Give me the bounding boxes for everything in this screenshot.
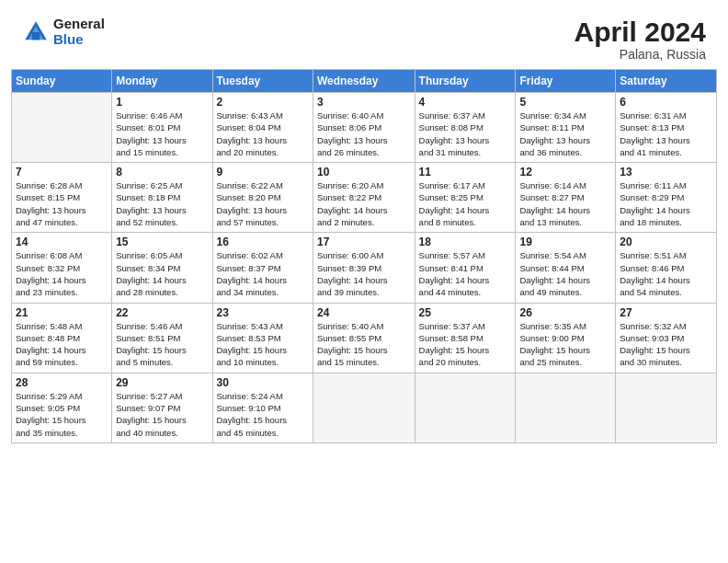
week-row: 14Sunrise: 6:08 AMSunset: 8:32 PMDayligh…	[12, 233, 717, 303]
day-number: 29	[116, 376, 208, 389]
table-row: 6Sunrise: 6:31 AMSunset: 8:13 PMDaylight…	[616, 93, 717, 163]
table-row: 9Sunrise: 6:22 AMSunset: 8:20 PMDaylight…	[212, 163, 313, 233]
day-info: Sunrise: 5:35 AMSunset: 9:00 PMDaylight:…	[519, 320, 611, 369]
table-row: 1Sunrise: 6:46 AMSunset: 8:01 PMDaylight…	[112, 93, 212, 163]
calendar-wrap: SundayMondayTuesdayWednesdayThursdayFrid…	[0, 69, 728, 454]
week-row: 21Sunrise: 5:48 AMSunset: 8:48 PMDayligh…	[12, 303, 717, 373]
table-row: 29Sunrise: 5:27 AMSunset: 9:07 PMDayligh…	[112, 373, 212, 442]
day-info: Sunrise: 6:00 AMSunset: 8:39 PMDaylight:…	[317, 249, 411, 298]
table-row: 22Sunrise: 5:46 AMSunset: 8:51 PMDayligh…	[112, 303, 212, 373]
day-info: Sunrise: 6:25 AMSunset: 8:18 PMDaylight:…	[116, 179, 208, 228]
table-row	[415, 373, 516, 442]
table-row: 28Sunrise: 5:29 AMSunset: 9:05 PMDayligh…	[12, 373, 112, 442]
table-row: 14Sunrise: 6:08 AMSunset: 8:32 PMDayligh…	[12, 233, 112, 303]
day-info: Sunrise: 6:11 AMSunset: 8:29 PMDaylight:…	[620, 179, 712, 228]
day-info: Sunrise: 6:37 AMSunset: 8:08 PMDaylight:…	[419, 109, 512, 158]
table-row: 3Sunrise: 6:40 AMSunset: 8:06 PMDaylight…	[313, 93, 415, 163]
table-row	[313, 373, 415, 442]
table-row: 5Sunrise: 6:34 AMSunset: 8:11 PMDaylight…	[516, 93, 616, 163]
table-row: 8Sunrise: 6:25 AMSunset: 8:18 PMDaylight…	[112, 163, 212, 233]
table-row: 13Sunrise: 6:11 AMSunset: 8:29 PMDayligh…	[616, 163, 717, 233]
table-row: 10Sunrise: 6:20 AMSunset: 8:22 PMDayligh…	[313, 163, 415, 233]
day-info: Sunrise: 6:28 AMSunset: 8:15 PMDaylight:…	[16, 179, 108, 228]
day-info: Sunrise: 6:22 AMSunset: 8:20 PMDaylight:…	[217, 179, 309, 228]
day-info: Sunrise: 6:08 AMSunset: 8:32 PMDaylight:…	[16, 249, 108, 298]
table-row	[12, 93, 112, 163]
col-header-wednesday: Wednesday	[313, 70, 415, 93]
table-row: 27Sunrise: 5:32 AMSunset: 9:03 PMDayligh…	[616, 303, 717, 373]
day-info: Sunrise: 6:05 AMSunset: 8:34 PMDaylight:…	[116, 249, 208, 298]
day-info: Sunrise: 6:46 AMSunset: 8:01 PMDaylight:…	[116, 109, 208, 158]
logo-text: General Blue	[53, 17, 105, 47]
table-row: 12Sunrise: 6:14 AMSunset: 8:27 PMDayligh…	[516, 163, 616, 233]
day-info: Sunrise: 6:14 AMSunset: 8:27 PMDaylight:…	[519, 179, 611, 228]
day-number: 8	[116, 166, 208, 178]
day-number: 11	[419, 166, 512, 178]
day-number: 14	[16, 236, 108, 248]
header: General Blue April 2024 Palana, Russia	[0, 0, 728, 69]
day-info: Sunrise: 5:40 AMSunset: 8:55 PMDaylight:…	[317, 320, 411, 369]
day-info: Sunrise: 6:43 AMSunset: 8:04 PMDaylight:…	[217, 109, 309, 158]
day-info: Sunrise: 6:20 AMSunset: 8:22 PMDaylight:…	[317, 179, 411, 228]
table-row: 17Sunrise: 6:00 AMSunset: 8:39 PMDayligh…	[313, 233, 415, 303]
col-header-thursday: Thursday	[415, 70, 516, 93]
table-row: 20Sunrise: 5:51 AMSunset: 8:46 PMDayligh…	[616, 233, 717, 303]
table-row: 16Sunrise: 6:02 AMSunset: 8:37 PMDayligh…	[212, 233, 313, 303]
col-header-saturday: Saturday	[616, 70, 717, 93]
table-row: 2Sunrise: 6:43 AMSunset: 8:04 PMDaylight…	[212, 93, 313, 163]
day-number: 5	[519, 96, 611, 109]
day-number: 16	[217, 236, 309, 248]
table-row	[516, 373, 616, 442]
week-row: 28Sunrise: 5:29 AMSunset: 9:05 PMDayligh…	[12, 373, 717, 442]
svg-rect-2	[32, 32, 40, 40]
logo-icon	[22, 18, 50, 46]
day-info: Sunrise: 5:46 AMSunset: 8:51 PMDaylight:…	[116, 320, 208, 369]
day-number: 6	[620, 96, 712, 109]
day-number: 30	[217, 376, 309, 389]
day-number: 27	[620, 306, 712, 319]
day-info: Sunrise: 6:34 AMSunset: 8:11 PMDaylight:…	[519, 109, 611, 158]
day-number: 23	[217, 306, 309, 319]
table-row: 18Sunrise: 5:57 AMSunset: 8:41 PMDayligh…	[415, 233, 516, 303]
col-header-friday: Friday	[516, 70, 616, 93]
calendar-header: SundayMondayTuesdayWednesdayThursdayFrid…	[12, 70, 717, 93]
day-number: 17	[317, 236, 411, 248]
day-info: Sunrise: 5:54 AMSunset: 8:44 PMDaylight:…	[519, 249, 611, 298]
day-info: Sunrise: 5:43 AMSunset: 8:53 PMDaylight:…	[217, 320, 309, 369]
day-number: 10	[317, 166, 411, 178]
day-info: Sunrise: 5:27 AMSunset: 9:07 PMDaylight:…	[116, 390, 208, 439]
day-number: 20	[620, 236, 712, 248]
day-number: 24	[317, 306, 411, 319]
month-year: April 2024	[574, 17, 706, 47]
day-number: 3	[317, 96, 411, 109]
day-number: 18	[419, 236, 512, 248]
header-row: SundayMondayTuesdayWednesdayThursdayFrid…	[12, 70, 717, 93]
table-row: 15Sunrise: 6:05 AMSunset: 8:34 PMDayligh…	[112, 233, 212, 303]
day-info: Sunrise: 5:29 AMSunset: 9:05 PMDaylight:…	[16, 390, 108, 439]
logo: General Blue	[22, 17, 105, 47]
day-info: Sunrise: 6:31 AMSunset: 8:13 PMDaylight:…	[620, 109, 712, 158]
day-info: Sunrise: 5:51 AMSunset: 8:46 PMDaylight:…	[620, 249, 712, 298]
day-number: 2	[217, 96, 309, 109]
table-row: 25Sunrise: 5:37 AMSunset: 8:58 PMDayligh…	[415, 303, 516, 373]
title-block: April 2024 Palana, Russia	[574, 17, 706, 62]
day-number: 26	[519, 306, 611, 319]
location: Palana, Russia	[574, 47, 706, 62]
week-row: 1Sunrise: 6:46 AMSunset: 8:01 PMDaylight…	[12, 93, 717, 163]
day-number: 13	[620, 166, 712, 178]
table-row: 30Sunrise: 5:24 AMSunset: 9:10 PMDayligh…	[212, 373, 313, 442]
day-number: 12	[519, 166, 611, 178]
table-row: 11Sunrise: 6:17 AMSunset: 8:25 PMDayligh…	[415, 163, 516, 233]
day-number: 25	[419, 306, 512, 319]
table-row: 21Sunrise: 5:48 AMSunset: 8:48 PMDayligh…	[12, 303, 112, 373]
col-header-tuesday: Tuesday	[212, 70, 313, 93]
day-number: 19	[519, 236, 611, 248]
table-row: 19Sunrise: 5:54 AMSunset: 8:44 PMDayligh…	[516, 233, 616, 303]
table-row: 24Sunrise: 5:40 AMSunset: 8:55 PMDayligh…	[313, 303, 415, 373]
table-row: 4Sunrise: 6:37 AMSunset: 8:08 PMDaylight…	[415, 93, 516, 163]
table-row: 7Sunrise: 6:28 AMSunset: 8:15 PMDaylight…	[12, 163, 112, 233]
week-row: 7Sunrise: 6:28 AMSunset: 8:15 PMDaylight…	[12, 163, 717, 233]
day-number: 22	[116, 306, 208, 319]
calendar-table: SundayMondayTuesdayWednesdayThursdayFrid…	[11, 69, 717, 443]
day-number: 7	[16, 166, 108, 178]
